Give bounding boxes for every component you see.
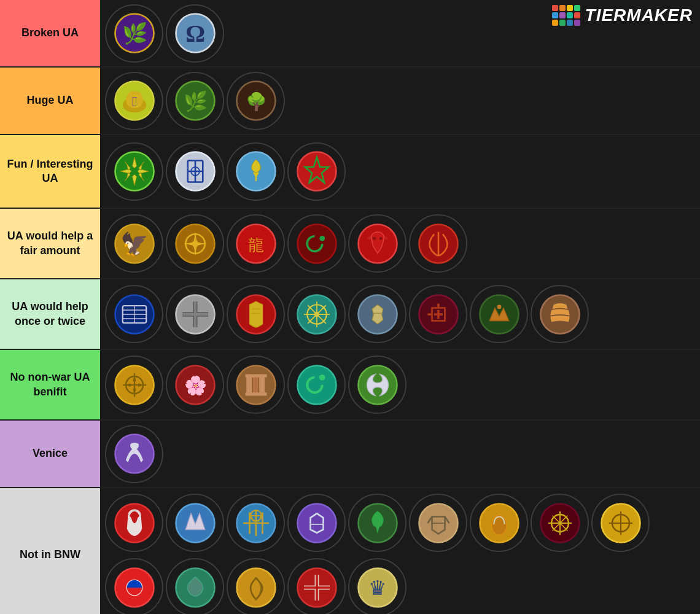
tier-label-nonwar: No non-war UA benifit	[0, 350, 100, 419]
svg-point-35	[297, 224, 336, 263]
civ-icon-china2[interactable]	[348, 356, 406, 414]
civ-icon-byzantium[interactable]	[166, 494, 224, 552]
civ-icon-china[interactable]: 龍	[227, 214, 285, 273]
civ-icon-shoshone[interactable]: 🌳	[227, 72, 285, 130]
svg-point-36	[319, 235, 325, 241]
civ-icon-poland[interactable]	[348, 214, 406, 273]
svg-point-57	[314, 311, 319, 317]
tier-items-notbnw: ♛	[100, 488, 700, 614]
tier-row-huge: Huge UA𓂀🌿🌳	[0, 68, 700, 135]
svg-rect-78	[252, 375, 258, 395]
civ-icon-ottoman[interactable]	[287, 214, 346, 273]
civ-icon-greece[interactable]: Ω	[166, 4, 224, 63]
civ-icon-songhai[interactable]: 🌸	[166, 356, 224, 414]
civ-icon-viking[interactable]	[409, 494, 467, 552]
civ-icon-aztec[interactable]	[105, 356, 163, 414]
civ-icon-sweden[interactable]: ♛	[348, 558, 406, 614]
civ-icon-indonesia[interactable]	[531, 285, 589, 343]
tier-row-once: UA would help once or twice	[0, 279, 700, 350]
svg-point-109	[236, 568, 275, 607]
svg-point-64	[497, 305, 501, 309]
civ-icon-ireland[interactable]	[348, 494, 406, 552]
svg-point-38	[373, 236, 376, 239]
tier-row-fair: UA would help a fair amount🦅龍	[0, 209, 700, 279]
civ-icon-byzantine2[interactable]	[287, 558, 346, 614]
civ-icon-egypt[interactable]: 𓂀	[105, 72, 163, 130]
civ-icon-inca[interactable]	[287, 285, 346, 343]
tier-items-fair: 🦅龍	[100, 209, 700, 278]
svg-text:🌳: 🌳	[245, 91, 266, 112]
svg-text:Ω: Ω	[185, 20, 204, 47]
civ-icon-england[interactable]	[227, 285, 285, 343]
svg-rect-79	[259, 375, 265, 395]
svg-point-63	[480, 295, 518, 333]
civ-icon-germany[interactable]	[166, 285, 224, 343]
svg-rect-80	[245, 374, 266, 377]
civ-icon-korea[interactable]	[105, 558, 163, 614]
tier-label-venice: Venice	[0, 421, 100, 487]
logo-text: TiERMAKER	[585, 6, 693, 25]
tiermaker-logo: TiERMAKER	[552, 5, 693, 26]
svg-point-39	[379, 236, 382, 239]
civ-icon-celts[interactable]: 🌿	[166, 72, 224, 130]
svg-point-82	[297, 365, 336, 404]
civ-icon-aztec2[interactable]	[166, 558, 224, 614]
tier-row-notbnw: Not in BNW♛	[0, 488, 700, 614]
civ-icon-spain[interactable]	[470, 494, 528, 552]
civ-icon-persia[interactable]	[348, 285, 406, 343]
civ-icon-venice_civ[interactable]	[105, 425, 163, 483]
tier-row-nonwar: No non-war UA benifit🌸	[0, 350, 700, 421]
svg-rect-77	[246, 375, 252, 395]
civ-icon-america[interactable]	[105, 285, 163, 343]
tier-label-fair: UA would help a fair amount	[0, 209, 100, 278]
civ-icon-rome[interactable]: 🌿	[105, 4, 163, 63]
civ-icon-russia[interactable]	[227, 494, 285, 552]
tier-items-nonwar: 🌸	[100, 350, 700, 419]
tier-label-broken: Broken UA	[0, 0, 100, 66]
tier-label-fun: Fun / Interesting UA	[0, 135, 100, 208]
svg-text:♛: ♛	[368, 577, 387, 599]
civ-icon-ethiopia[interactable]	[409, 285, 467, 343]
civ-icon-hunnic[interactable]	[287, 494, 346, 552]
civ-icon-carthage[interactable]	[409, 214, 467, 273]
tier-label-huge: Huge UA	[0, 68, 100, 134]
svg-point-83	[319, 374, 325, 380]
svg-text:🌿: 🌿	[122, 21, 147, 46]
svg-text:龍: 龍	[248, 236, 264, 254]
tier-items-once	[100, 279, 700, 349]
civ-icon-france[interactable]	[227, 142, 285, 201]
civ-icon-morocco[interactable]	[287, 142, 346, 201]
svg-text:🌿: 🌿	[183, 90, 208, 113]
civ-icon-arabia[interactable]	[287, 356, 346, 414]
civ-icon-babylon[interactable]	[227, 356, 285, 414]
tier-row-venice: Venice	[0, 421, 700, 488]
civ-icon-hre[interactable]: 🦅	[105, 214, 163, 273]
civ-icon-maya[interactable]	[166, 214, 224, 273]
civ-icon-austria[interactable]	[105, 494, 163, 552]
civ-icon-assyria[interactable]	[470, 285, 528, 343]
tier-items-venice	[100, 421, 700, 487]
tier-list: Broken UA🌿ΩHuge UA𓂀🌿🌳Fun / Interesting U…	[0, 0, 700, 614]
svg-text:🌸: 🌸	[184, 374, 207, 396]
svg-rect-81	[245, 392, 266, 395]
civ-icon-maya2[interactable]	[591, 494, 650, 552]
civ-icon-inca2[interactable]	[531, 494, 589, 552]
logo-grid	[552, 5, 580, 26]
tier-label-notbnw: Not in BNW	[0, 488, 100, 614]
tier-row-fun: Fun / Interesting UA	[0, 135, 700, 209]
civ-icon-portugal[interactable]	[166, 142, 224, 201]
svg-text:🦅: 🦅	[120, 230, 149, 258]
civ-icon-japan[interactable]	[105, 142, 163, 201]
svg-text:𓂀: 𓂀	[131, 93, 136, 109]
civ-icon-persia2[interactable]	[227, 558, 285, 614]
tier-items-huge: 𓂀🌿🌳	[100, 68, 700, 134]
svg-point-90	[297, 503, 336, 542]
tier-label-once: UA would help once or twice	[0, 279, 100, 349]
tier-items-fun	[100, 135, 700, 208]
